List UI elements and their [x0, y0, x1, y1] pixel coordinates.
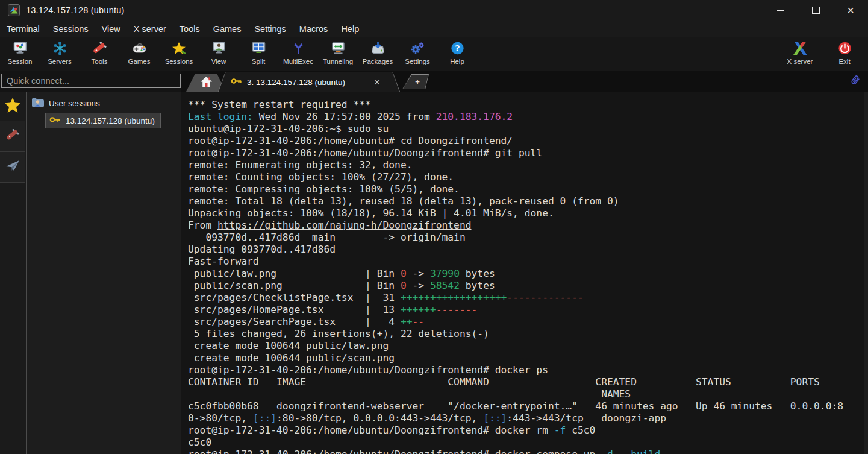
toolbar-button-label: Split	[252, 58, 265, 65]
sidebar-macros-button[interactable]	[0, 151, 25, 183]
toolbar-button-tools[interactable]: Tools	[80, 37, 119, 71]
terminal-line: root@ip-172-31-40-206:/home/ubuntu/Doong…	[188, 364, 868, 376]
terminal[interactable]: *** System restart required ***Last logi…	[181, 92, 868, 454]
toolbar-button-label: X server	[787, 58, 813, 65]
tab-close-icon[interactable]: ×	[374, 77, 380, 87]
terminal-line: Updating 093770d..417d86d	[188, 244, 868, 256]
toolbar-button-label: View	[211, 58, 226, 65]
menu-item-help[interactable]: Help	[334, 24, 366, 34]
close-button[interactable]: ×	[833, 0, 868, 20]
menu-item-view[interactable]: View	[95, 24, 127, 34]
toolbar-button-multiexec[interactable]: MultiExec	[278, 37, 318, 71]
terminal-line: c5c0fbb00b68 doongzifrontend-webserver "…	[188, 400, 868, 412]
toolbar-button-label: Tunneling	[323, 58, 353, 65]
menu-item-settings[interactable]: Settings	[248, 24, 292, 34]
terminal-line: create mode 100644 public/law.png	[188, 340, 868, 352]
toolbar-button-settings[interactable]: Settings	[398, 37, 437, 71]
key-icon	[49, 115, 61, 126]
minimize-button[interactable]	[763, 0, 798, 20]
toolbar-button-label: Exit	[838, 58, 850, 65]
key-icon	[231, 77, 242, 88]
tree-item-session[interactable]: 13.124.157.128 (ubuntu)	[45, 113, 161, 128]
swiss-knife-icon	[5, 128, 20, 145]
terminal-line: remote: Enumerating objects: 32, done.	[188, 159, 868, 171]
tree-root-user-sessions[interactable]: User sessions	[27, 92, 181, 112]
toolbar-button-x-server[interactable]: X server	[775, 37, 825, 71]
toolbar-right-group: X serverExit	[775, 37, 868, 71]
xserver-icon	[790, 40, 810, 57]
terminal-line: src/pages/ChecklistPage.tsx | 31 +++++++…	[188, 292, 868, 304]
terminal-line: root@ip-172-31-40-206:/home/ubuntu/Doong…	[188, 424, 868, 437]
terminal-line: remote: Total 18 (delta 13), reused 18 (…	[188, 195, 868, 207]
window-title: 13.124.157.128 (ubuntu)	[26, 5, 124, 15]
help-icon: ?	[449, 40, 466, 57]
moba-logo-icon	[8, 4, 20, 16]
favorites-star-icon[interactable]	[4, 96, 22, 116]
toolbar-button-exit[interactable]: Exit	[825, 37, 864, 71]
terminal-line: root@ip-172-31-40-206:/home/ubuntu# cd D…	[188, 135, 868, 147]
toolbar-button-session[interactable]: Session	[0, 37, 40, 71]
sidebar-strip	[0, 92, 27, 454]
terminal-line: src/pages/SearchPage.tsx | 4 ++--	[188, 316, 868, 328]
menu-item-terminal[interactable]: Terminal	[0, 24, 46, 34]
terminal-line: root@ip-172-31-40-206:/home/ubuntu/Doong…	[188, 147, 868, 159]
terminal-line: 0->80/tcp, [::]:80->80/tcp, 0.0.0.0:443-…	[188, 412, 868, 424]
toolbar-button-label: Sessions	[165, 58, 193, 65]
sidebar-tools-button[interactable]	[0, 121, 25, 152]
session-tree: User sessions 13.124.157.128 (ubuntu)	[27, 92, 181, 454]
tools-icon	[92, 40, 108, 57]
tab-active-session[interactable]: 3. 13.124.157.128 (ubuntu) ×	[218, 72, 400, 92]
toolbar-button-view[interactable]: View	[199, 37, 239, 71]
terminal-scrollbar[interactable]	[864, 92, 868, 454]
terminal-line: Unpacking objects: 100% (18/18), 96.14 K…	[188, 207, 868, 219]
terminal-output: *** System restart required ***Last logi…	[181, 92, 868, 454]
window-controls: ×	[763, 0, 868, 20]
terminal-line: ubuntu@ip-172-31-40-206:~$ sudo su	[188, 123, 868, 135]
tree-root-label: User sessions	[49, 99, 100, 108]
toolbar-button-games[interactable]: Games	[119, 37, 159, 71]
mobaxterm-window: 13.124.157.128 (ubuntu) × TerminalSessio…	[0, 0, 868, 454]
terminal-line: 093770d..417d86d main -> origin/main	[188, 232, 868, 244]
tree-item-label: 13.124.157.128 (ubuntu)	[66, 116, 155, 125]
view-icon	[211, 40, 227, 57]
terminal-line: From https://github.com/najung-h/Doongzi…	[188, 219, 868, 232]
toolbar-button-label: Help	[450, 58, 464, 65]
terminal-line: public/scan.png | Bin 0 -> 58542 bytes	[188, 280, 868, 292]
terminal-line: Fast-forward	[188, 256, 868, 268]
menu-item-macros[interactable]: Macros	[293, 24, 335, 34]
terminal-line: remote: Compressing objects: 100% (5/5),…	[188, 183, 868, 195]
exit-icon	[837, 40, 853, 57]
menu-bar: TerminalSessionsViewX serverToolsGamesSe…	[0, 20, 868, 37]
menu-item-tools[interactable]: Tools	[173, 24, 207, 34]
paper-plane-icon	[5, 159, 20, 175]
toolbar: SessionServersToolsGamesSessionsViewSpli…	[0, 37, 868, 71]
toolbar-button-servers[interactable]: Servers	[40, 37, 80, 71]
session-icon	[12, 40, 28, 57]
maximize-icon	[812, 7, 820, 14]
toolbar-button-label: Session	[8, 58, 33, 65]
home-icon	[199, 75, 213, 90]
terminal-line: remote: Counting objects: 100% (27/27), …	[188, 171, 868, 183]
terminal-line: root@ip-172-31-40-206:/home/ubuntu/Doong…	[188, 449, 868, 454]
maximize-button[interactable]	[798, 0, 833, 20]
terminal-line: create mode 100644 public/scan.png	[188, 352, 868, 364]
tab-bar: 3. 13.124.157.128 (ubuntu) × +	[181, 71, 868, 92]
terminal-line: Last login: Wed Nov 26 17:57:00 2025 fro…	[188, 111, 868, 123]
toolbar-left-group: SessionServersToolsGamesSessionsViewSpli…	[0, 37, 477, 71]
menu-item-sessions[interactable]: Sessions	[46, 24, 95, 34]
toolbar-button-packages[interactable]: Packages	[358, 37, 398, 71]
multiexec-icon	[290, 40, 307, 57]
toolbar-button-label: Packages	[363, 58, 393, 65]
split-icon	[251, 40, 267, 57]
toolbar-button-tunneling[interactable]: Tunneling	[318, 37, 358, 71]
toolbar-button-split[interactable]: Split	[239, 37, 278, 71]
tab-active-inner: 3. 13.124.157.128 (ubuntu) ×	[219, 72, 399, 92]
toolbar-button-help[interactable]: ?Help	[437, 37, 477, 71]
menu-item-games[interactable]: Games	[207, 24, 248, 34]
new-tab-button[interactable]: +	[402, 74, 429, 89]
menu-item-x-server[interactable]: X server	[127, 24, 173, 34]
quick-connect-input[interactable]	[1, 74, 181, 88]
paperclip-icon[interactable]	[850, 74, 861, 89]
toolbar-button-sessions[interactable]: Sessions	[159, 37, 199, 71]
toolbar-button-label: Tools	[92, 58, 108, 65]
